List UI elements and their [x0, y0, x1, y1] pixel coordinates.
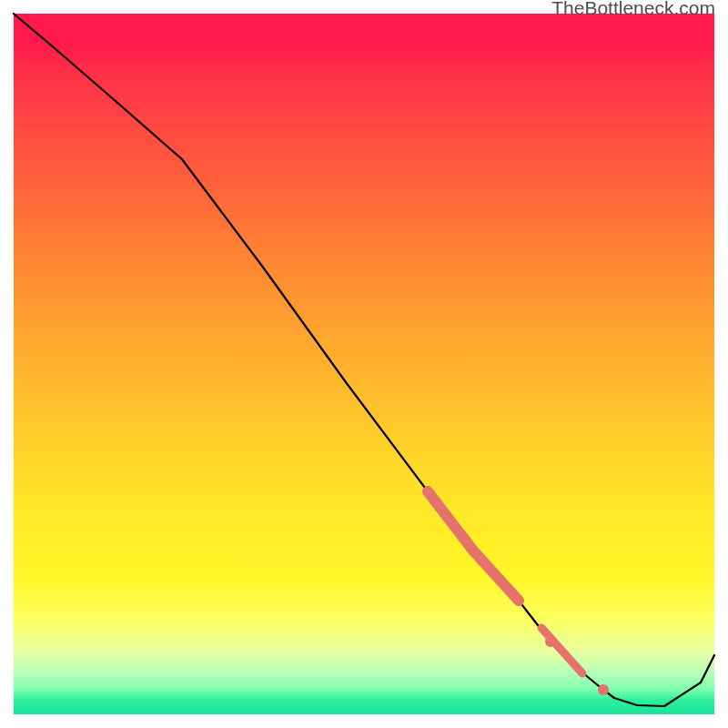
bottleneck-chart: TheBottleneck.com	[0, 0, 728, 728]
heat-gradient-background	[14, 14, 714, 714]
